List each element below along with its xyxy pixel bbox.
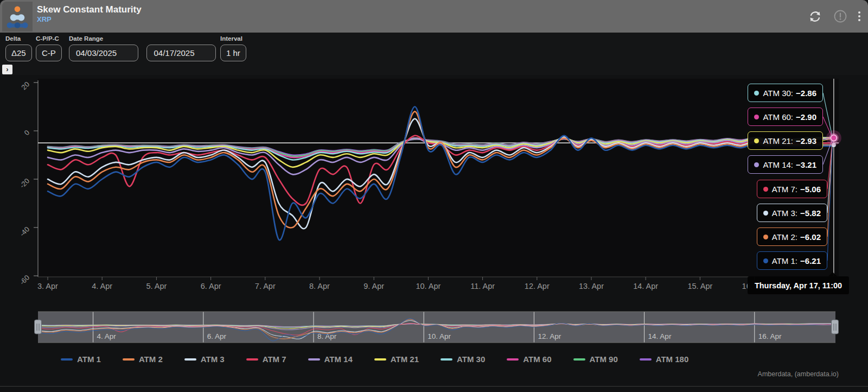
amberdata-logo xyxy=(2,2,33,31)
navigator-series-atm-180 xyxy=(38,324,835,326)
legend-dash xyxy=(374,358,386,361)
series-dot xyxy=(754,138,759,143)
x-axis-label: 6. Apr xyxy=(201,282,221,290)
end-date-input[interactable] xyxy=(146,45,216,61)
legend-item-atm-180[interactable]: ATM 180 xyxy=(640,355,689,364)
interval-label: Interval xyxy=(220,35,246,42)
legend-item-atm-30[interactable]: ATM 30 xyxy=(441,355,485,364)
amberdata-logo-icon xyxy=(5,4,30,29)
tooltip-label: ATM 30: xyxy=(763,88,793,98)
x-axis-label: 15. Apr xyxy=(687,282,712,290)
legend-dash xyxy=(573,358,585,361)
series-dot xyxy=(763,235,768,239)
series-line-atm-7 xyxy=(48,136,834,205)
legend-item-atm-3[interactable]: ATM 3 xyxy=(184,355,225,364)
page-subtitle: XRP xyxy=(37,15,142,24)
legend-item-atm-2[interactable]: ATM 2 xyxy=(123,355,163,364)
hover-marker xyxy=(831,135,837,141)
x-axis-label: 14. Apr xyxy=(633,282,658,290)
tooltip-value: −5.06 xyxy=(800,185,821,194)
series-dot xyxy=(754,162,759,167)
tooltip-value: −6.02 xyxy=(800,232,821,242)
navigator-label: 6. Apr xyxy=(207,332,227,340)
x-axis-label: 9. Apr xyxy=(363,282,384,290)
x-axis-label: 8. Apr xyxy=(309,282,330,290)
legend-item-atm-7[interactable]: ATM 7 xyxy=(246,355,286,364)
navigator-series-atm-2 xyxy=(38,319,835,339)
app-root: Skew Constant Maturity XRP xyxy=(0,0,868,392)
legend-item-atm-21[interactable]: ATM 21 xyxy=(374,355,419,364)
header: Skew Constant Maturity XRP xyxy=(0,0,868,33)
tooltip-connector xyxy=(827,138,833,237)
cp-pc-control: C-P/P-C C-P xyxy=(36,35,62,61)
legend-item-atm-90[interactable]: ATM 90 xyxy=(573,355,618,364)
series-line-atm-90 xyxy=(48,138,834,156)
date-range-control: Date Range xyxy=(69,35,216,61)
legend-label: ATM 7 xyxy=(263,355,286,364)
tooltip-connector xyxy=(827,138,833,261)
legend-label: ATM 14 xyxy=(324,355,353,364)
tooltip-value: −2.86 xyxy=(796,88,816,98)
y-axis-label: -60 xyxy=(18,274,31,287)
legend-label: ATM 21 xyxy=(391,355,419,364)
tooltip-connector xyxy=(823,138,833,165)
sidebar-expand-button[interactable]: › xyxy=(2,65,12,74)
legend-label: ATM 60 xyxy=(523,355,551,364)
interval-select[interactable]: 1 hr xyxy=(220,45,246,61)
navigator-label: 16. Apr xyxy=(758,332,782,340)
legend-label: ATM 30 xyxy=(457,355,485,364)
series-line-atm-1 xyxy=(48,106,834,240)
tooltip-value: −6.21 xyxy=(800,256,821,265)
legend-item-atm-14[interactable]: ATM 14 xyxy=(308,355,353,364)
hover-marker-secondary xyxy=(832,143,836,147)
tooltip-label: ATM 1: xyxy=(772,256,797,265)
navigator-handle[interactable] xyxy=(832,320,839,334)
cp-pc-label: C-P/P-C xyxy=(36,35,62,42)
legend-label: ATM 90 xyxy=(590,355,618,364)
tooltip-atm-3: ATM 3: −5.82 xyxy=(757,204,827,222)
y-axis-label: 20 xyxy=(20,80,31,92)
delta-label: Delta xyxy=(5,35,32,42)
series-dot xyxy=(754,91,759,96)
kebab-menu-icon[interactable] xyxy=(858,11,860,21)
page-title: Skew Constant Maturity xyxy=(37,4,142,15)
start-date-input[interactable] xyxy=(69,45,138,61)
y-axis-label: -20 xyxy=(18,177,31,190)
cp-pc-select[interactable]: C-P xyxy=(36,45,62,61)
legend-label: ATM 180 xyxy=(656,355,689,364)
delta-control: Delta Δ25 xyxy=(5,35,32,61)
x-axis-label: 12. Apr xyxy=(525,282,550,290)
info-icon[interactable] xyxy=(833,9,847,23)
legend-item-atm-1[interactable]: ATM 1 xyxy=(61,355,101,364)
tooltip-value: −3.21 xyxy=(796,160,816,169)
legend-dash xyxy=(246,358,258,361)
legend-dash xyxy=(123,358,135,361)
tooltip-atm-60: ATM 60: −2.90 xyxy=(748,108,823,126)
plot-background xyxy=(38,79,839,277)
navigator-series-atm-1 xyxy=(38,318,835,340)
navigator-series-atm-14 xyxy=(38,324,835,330)
filter-bar: Delta Δ25 C-P/P-C C-P Date Range Interva… xyxy=(0,33,868,75)
tooltip-label: ATM 2: xyxy=(772,232,797,242)
navigator-track[interactable] xyxy=(38,312,835,343)
refresh-icon[interactable] xyxy=(808,9,822,24)
tooltip-label: ATM 7: xyxy=(772,185,797,194)
series-line-atm-180 xyxy=(48,137,834,155)
navigator-handle[interactable] xyxy=(35,320,42,334)
delta-select[interactable]: Δ25 xyxy=(5,45,32,61)
series-line-atm-30 xyxy=(48,138,834,160)
tooltip-connector xyxy=(827,138,833,189)
hover-marker-glow xyxy=(826,130,841,146)
date-range-label: Date Range xyxy=(69,35,216,42)
navigator-label: 8. Apr xyxy=(317,332,337,340)
series-line-atm-21 xyxy=(48,138,834,167)
x-axis-label: 10. Apr xyxy=(416,282,441,290)
y-axis-label: -40 xyxy=(18,225,31,238)
tooltip-connector xyxy=(823,93,833,138)
navigator-label: 4. Apr xyxy=(97,332,117,340)
navigator-label: 14. Apr xyxy=(648,332,672,340)
navigator-series-atm-21 xyxy=(38,324,835,328)
legend-item-atm-60[interactable]: ATM 60 xyxy=(507,355,551,364)
title-block: Skew Constant Maturity XRP xyxy=(37,4,142,24)
tooltip-value: −2.90 xyxy=(796,112,816,122)
